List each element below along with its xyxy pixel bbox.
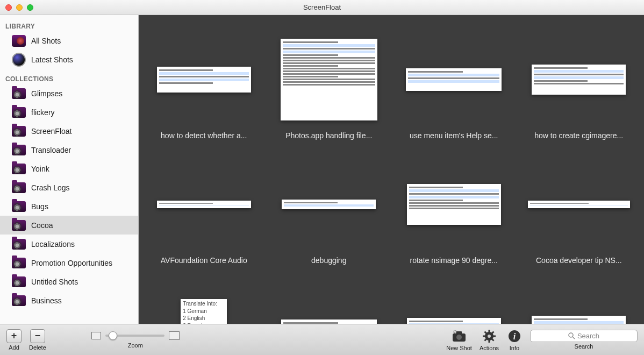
shot-cell[interactable]: Photos.app handling file... [275, 31, 384, 140]
toolbar-label: Zoom [128, 342, 143, 349]
plus-icon: + [6, 329, 22, 343]
shot-caption: how to detect whether a... [161, 131, 247, 140]
shot-thumbnail [281, 39, 377, 120]
camera-icon [12, 35, 26, 47]
sidebar-item-untitled-shots[interactable]: Untitled Shots [0, 272, 138, 291]
sidebar-item-flickery[interactable]: flickery [0, 103, 138, 122]
smart-folder-icon [12, 220, 26, 231]
toolbar-label: Delete [29, 344, 46, 351]
sidebar-item-label: Localizations [31, 240, 75, 248]
add-button[interactable]: + Add [6, 329, 22, 351]
toolbar: + Add − Delete Zoom New Shot Actions i I… [0, 324, 644, 355]
shot-cell[interactable]: use menu item's Help se... [399, 31, 509, 140]
smart-folder-icon [12, 295, 26, 306]
search-input[interactable]: Search [530, 330, 638, 342]
smart-folder-icon [12, 182, 26, 193]
sidebar-item-glimpses[interactable]: Glimpses [0, 84, 138, 103]
svg-rect-9 [493, 335, 496, 337]
titlebar: ScreenFloat [0, 0, 644, 15]
svg-rect-7 [488, 340, 490, 343]
shot-caption: how to create cgimagere... [534, 131, 623, 140]
search-icon [568, 332, 575, 339]
shot-thumbnail [528, 201, 630, 208]
sidebar-item-label: Business [31, 296, 62, 305]
sidebar-item-all-shots[interactable]: All Shots [0, 31, 138, 50]
smart-folder-icon [12, 126, 26, 137]
shot-cell[interactable]: debugging [275, 156, 384, 265]
shot-cell[interactable]: Cocoa developer tip NS... [525, 156, 634, 265]
delete-button[interactable]: − Delete [29, 329, 46, 351]
shot-caption: rotate nsimage 90 degre... [410, 256, 498, 265]
sidebar-item-localizations[interactable]: Localizations [0, 235, 138, 253]
zoom-slider-knob[interactable] [109, 331, 117, 340]
sidebar-item-label: flickery [31, 108, 55, 117]
sidebar-item-crash-logs[interactable]: Crash Logs [0, 178, 138, 197]
sidebar-item-screenfloat[interactable]: ScreenFloat [0, 122, 138, 140]
svg-point-16 [569, 333, 573, 337]
smart-folder-icon [12, 239, 26, 250]
smart-folder-icon [12, 88, 26, 99]
sidebar-item-business[interactable]: Business [0, 291, 138, 310]
toolbar-label: Search [575, 343, 593, 350]
window-title: ScreenFloat [0, 3, 644, 11]
smart-folder-icon [12, 276, 26, 287]
svg-point-2 [456, 335, 462, 340]
shot-cell[interactable] [275, 281, 384, 324]
clock-icon [12, 53, 26, 67]
search-placeholder: Search [577, 332, 599, 340]
shot-cell[interactable] [399, 281, 509, 324]
toolbar-label: New Shot [446, 345, 472, 351]
shot-thumbnail [281, 320, 377, 324]
sidebar-item-label: Yoink [31, 165, 49, 173]
sidebar-item-label: Crash Logs [31, 183, 70, 192]
shot-cell[interactable]: how to detect whether a... [149, 31, 259, 140]
svg-rect-6 [488, 330, 490, 332]
zoom-out-icon[interactable] [91, 332, 101, 339]
sidebar-item-label: All Shots [31, 37, 61, 45]
shot-thumbnail [532, 316, 626, 324]
shot-cell[interactable] [525, 281, 634, 324]
sidebar-item-label: Cocoa [31, 221, 53, 230]
sidebar-item-label: Latest Shots [31, 55, 73, 64]
camera-icon [451, 329, 467, 344]
smart-folder-icon [12, 164, 26, 174]
svg-rect-8 [483, 335, 485, 337]
smart-folder-icon [12, 258, 26, 268]
zoom-control: Zoom [91, 331, 180, 349]
sidebar-item-label: Transloader [31, 146, 71, 154]
info-button[interactable]: i Info [506, 329, 523, 351]
smart-folder-icon [12, 145, 26, 155]
svg-rect-3 [454, 331, 456, 333]
zoom-slider[interactable] [105, 335, 164, 337]
svg-rect-1 [456, 331, 462, 334]
shot-cell[interactable]: AVFoundation Core Audio [149, 156, 259, 265]
new-shot-button[interactable]: New Shot [446, 329, 472, 351]
sidebar-item-latest-shots[interactable]: Latest Shots [0, 50, 138, 69]
sidebar: LIBRARY All Shots Latest Shots COLLECTIO… [0, 15, 139, 324]
sidebar-item-yoink[interactable]: Yoink [0, 159, 138, 178]
zoom-in-icon[interactable] [169, 331, 180, 340]
shot-cell[interactable]: how to create cgimagere... [525, 31, 634, 140]
shot-cell[interactable]: rotate nsimage 90 degre... [399, 156, 509, 265]
toolbar-label: Info [510, 345, 519, 351]
shot-thumbnail [532, 65, 626, 95]
sidebar-item-label: Glimpses [31, 89, 62, 98]
shot-caption: Cocoa developer tip NS... [536, 256, 622, 265]
shot-caption: Photos.app handling file... [285, 131, 372, 140]
shot-caption: debugging [311, 256, 346, 265]
sidebar-item-label: Bugs [31, 202, 48, 211]
sidebar-item-transloader[interactable]: Transloader [0, 140, 138, 159]
shot-thumbnail [407, 318, 501, 324]
actions-button[interactable]: Actions [480, 329, 499, 351]
shots-grid: how to detect whether a...Photos.app han… [149, 31, 633, 324]
sidebar-section-collections: COLLECTIONS [0, 73, 138, 84]
sidebar-item-cocoa[interactable]: Cocoa [0, 216, 138, 235]
shot-thumbnail: Translate Into:1 German2 English3 French… [181, 299, 227, 324]
shot-cell[interactable]: Translate Into:1 German2 English3 French… [149, 281, 259, 324]
sidebar-section-library: LIBRARY [0, 20, 138, 31]
sidebar-item-label: Untitled Shots [31, 278, 78, 286]
sidebar-item-promotion-opportunities[interactable]: Promotion Opportunities [0, 253, 138, 272]
shot-thumbnail [406, 68, 502, 91]
shot-caption: AVFoundation Core Audio [161, 256, 247, 265]
sidebar-item-bugs[interactable]: Bugs [0, 197, 138, 216]
